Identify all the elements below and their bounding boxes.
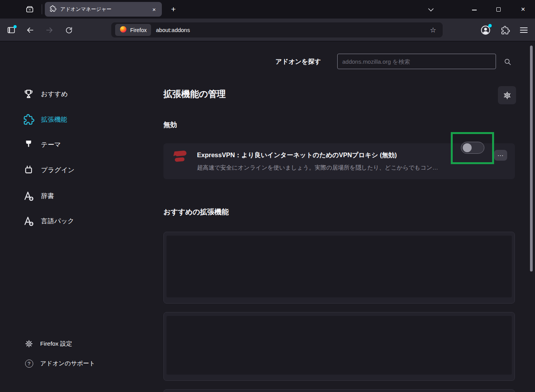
addon-name: ExpressVPN：より良いインターネットのためのVPNプロキシ (無効) xyxy=(197,151,397,160)
search-icon[interactable] xyxy=(503,57,512,66)
tab-title: アドオンマネージャー xyxy=(60,6,149,13)
toggle-knob xyxy=(463,143,472,152)
firefox-view-tab-icon[interactable] xyxy=(22,2,38,16)
notification-dot xyxy=(488,24,492,27)
sidebar-item-language-packs[interactable]: 言語パック xyxy=(19,212,143,230)
tab-close-button[interactable]: × xyxy=(149,5,159,14)
disabled-section-header: 無効 xyxy=(163,120,177,129)
sidebar-item-extensions[interactable]: 拡張機能 xyxy=(19,110,143,128)
url-text: about:addons xyxy=(156,27,190,33)
placeholder-card-body xyxy=(166,316,512,375)
placeholder-card-body xyxy=(166,236,512,297)
puzzle-icon xyxy=(22,113,35,126)
firefox-view-icon[interactable] xyxy=(5,24,18,37)
reload-button[interactable] xyxy=(62,24,75,37)
sidebar-item-label: 言語パック xyxy=(41,217,74,226)
tab-addons-manager[interactable]: アドオンマネージャー × xyxy=(45,2,162,17)
gear-icon xyxy=(24,339,34,348)
forward-button[interactable] xyxy=(43,24,56,37)
sidebar-footer-label: Firefox 設定 xyxy=(40,340,72,348)
addon-description: 超高速で安全にオンラインを使いましょう。実際の居場所を隠したり、どこからでもコン… xyxy=(197,164,438,171)
addon-more-options-button[interactable]: … xyxy=(494,150,507,161)
sidebar-item-label: 拡張機能 xyxy=(41,115,67,124)
recommended-section-header: おすすめの拡張機能 xyxy=(163,207,229,217)
page-title: 拡張機能の管理 xyxy=(163,88,226,100)
identity-chip-label: Firefox xyxy=(130,27,147,33)
addons-search-input[interactable] xyxy=(337,54,496,69)
sidebar-item-recommended[interactable]: おすすめ xyxy=(19,85,143,103)
sidebar-item-label: テーマ xyxy=(41,140,61,149)
sidebar-item-plugins[interactable]: プラグイン xyxy=(19,161,143,179)
notification-dot xyxy=(14,25,17,28)
extensions-toolbar-icon[interactable] xyxy=(500,25,511,36)
language-pack-download-icon xyxy=(22,215,35,227)
tab-separator xyxy=(42,4,42,14)
puzzle-icon xyxy=(49,5,56,14)
help-icon: ? xyxy=(24,359,34,368)
hamburger-menu-icon[interactable] xyxy=(518,25,530,36)
sidebar-item-dictionaries[interactable]: 辞書 xyxy=(19,187,143,205)
window-close-button[interactable]: × xyxy=(512,0,534,19)
sidebar-item-themes[interactable]: テーマ xyxy=(19,136,143,153)
tab-strip: アドオンマネージャー × + × xyxy=(0,0,535,19)
plug-icon xyxy=(22,164,35,176)
sidebar-item-label: 辞書 xyxy=(41,192,54,200)
recommended-addon-placeholder-card xyxy=(163,232,515,304)
window-maximize-button[interactable] xyxy=(487,0,509,19)
back-button[interactable] xyxy=(24,24,37,37)
tools-for-all-addons-button[interactable] xyxy=(498,86,516,104)
recommended-addon-placeholder-card xyxy=(163,312,515,381)
trophy-icon xyxy=(22,88,35,100)
addon-enable-toggle[interactable] xyxy=(461,142,484,154)
sidebar-item-firefox-settings[interactable]: Firefox 設定 xyxy=(19,336,143,351)
identity-chip[interactable]: Firefox xyxy=(115,24,151,36)
new-tab-button[interactable]: + xyxy=(167,3,180,15)
expressvpn-logo-icon xyxy=(171,149,189,165)
url-bar[interactable]: Firefox about:addons ☆ xyxy=(111,22,443,37)
search-label: アドオンを探す xyxy=(275,58,321,66)
list-all-tabs-button[interactable] xyxy=(423,5,438,15)
account-icon[interactable] xyxy=(479,24,492,36)
navigation-toolbar: Firefox about:addons ☆ xyxy=(0,19,535,41)
vertical-scrollbar[interactable] xyxy=(530,46,533,272)
sidebar-item-addon-support[interactable]: ? アドオンのサポート xyxy=(19,356,143,371)
recommended-addon-placeholder-card xyxy=(163,389,515,392)
sidebar-footer-label: アドオンのサポート xyxy=(40,360,95,368)
bookmark-star-icon[interactable]: ☆ xyxy=(427,24,439,36)
sidebar-item-label: プラグイン xyxy=(41,166,75,175)
firefox-logo-icon xyxy=(119,25,127,34)
about-addons-page: アドオンを探す おすすめ 拡張機能 xyxy=(0,41,535,392)
sidebar-item-label: おすすめ xyxy=(41,90,68,98)
window-minimize-button[interactable] xyxy=(464,0,485,19)
paintbrush-icon xyxy=(22,138,35,151)
dictionary-download-icon xyxy=(22,190,35,202)
